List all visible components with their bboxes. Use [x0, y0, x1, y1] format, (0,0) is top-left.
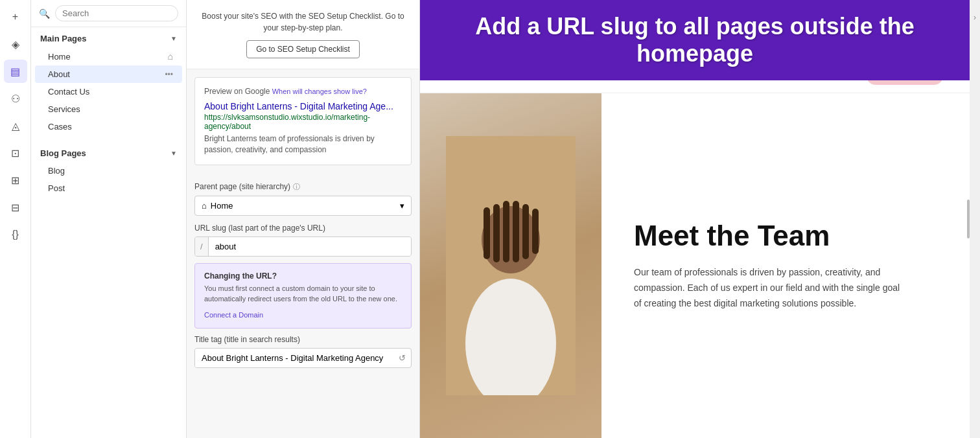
media-icon[interactable]: ⊡	[4, 141, 27, 165]
page-item-about-actions: •••	[165, 70, 173, 79]
team-image	[420, 93, 601, 438]
page-item-blog[interactable]: Blog	[35, 162, 182, 179]
parent-page-select[interactable]: ⌂Home ▾	[194, 196, 412, 216]
search-input[interactable]	[55, 5, 178, 21]
analytics-icon[interactable]: ⊟	[4, 196, 27, 219]
banner-overlay: Add a URL slug to all pages outside the …	[420, 0, 970, 80]
title-tag-refresh-button[interactable]: ↺	[393, 349, 411, 367]
title-tag-label: Title tag (title in search results)	[194, 335, 412, 344]
seo-fields: Parent page (site hierarchy) ⓘ ⌂Home ▾ U…	[187, 173, 419, 376]
right-panel-collapse[interactable]: ›	[970, 0, 980, 438]
parent-page-label: Parent page (site hierarchy) ⓘ	[194, 182, 412, 192]
page-item-cases[interactable]: Cases	[35, 118, 182, 135]
banner-text: Add a URL slug to all pages outside the …	[446, 13, 944, 67]
title-tag-field: ↺	[194, 348, 412, 368]
preview-desc: Bright Lanterns team of professionals is…	[204, 133, 402, 156]
url-slug-label: URL slug (last part of the page's URL)	[194, 224, 412, 233]
page-item-about[interactable]: About •••	[35, 65, 182, 83]
svg-rect-8	[532, 209, 539, 254]
design-icon[interactable]: ◬	[4, 114, 27, 137]
page-label-services: Services	[48, 104, 80, 114]
svg-point-2	[482, 206, 540, 273]
page-label-about: About	[48, 69, 70, 79]
page-label-cases: Cases	[48, 122, 72, 132]
pages-search-bar: 🔍	[31, 0, 186, 27]
select-chevron-icon: ▾	[400, 201, 404, 211]
page-item-post[interactable]: Post	[35, 179, 182, 197]
main-pages-chevron[interactable]: ▼	[170, 35, 177, 42]
svg-rect-5	[503, 201, 509, 262]
page-item-services[interactable]: Services	[35, 100, 182, 118]
page-label-home: Home	[48, 52, 71, 62]
pages-icon[interactable]: ▤	[4, 60, 27, 83]
main-pages-label: Main Pages	[40, 34, 87, 43]
team-image-placeholder	[420, 93, 601, 438]
changing-url-desc: You must first connect a custom domain t…	[204, 283, 402, 305]
page-item-home[interactable]: Home ⌂	[35, 47, 182, 65]
pages-panel: 🔍 Main Pages ▼ Home ⌂ About ••• Contact …	[31, 0, 187, 438]
home-symbol: ⌂	[202, 201, 207, 211]
members-icon[interactable]: ⚇	[4, 87, 27, 110]
layers-icon[interactable]: ◈	[4, 32, 27, 56]
search-icon: 🔍	[39, 8, 50, 19]
page-label-blog: Blog	[48, 166, 65, 176]
svg-rect-3	[484, 207, 490, 259]
changing-url-title: Changing the URL?	[204, 271, 402, 281]
url-slug-field: /	[194, 236, 412, 257]
scroll-indicator[interactable]	[967, 200, 970, 238]
preview-url: https://slvksamsonstudio.wixstudio.io/ma…	[204, 113, 402, 131]
blog-pages-section-header: Blog Pages ▼	[31, 142, 186, 162]
blog-pages-chevron[interactable]: ▼	[170, 150, 177, 157]
main-pages-section-header: Main Pages ▼	[31, 27, 186, 47]
icon-sidebar: + ◈ ▤ ⚇ ◬ ⊡ ⊞ ⊟ {}	[0, 0, 31, 438]
seo-checklist-button[interactable]: Go to SEO Setup Checklist	[246, 40, 360, 58]
svg-rect-7	[522, 204, 529, 259]
home-icon: ⌂	[168, 51, 173, 62]
seo-panel: Boost your site's SEO with the SEO Setup…	[187, 0, 420, 438]
plus-icon[interactable]: +	[4, 5, 27, 29]
code-icon[interactable]: {}	[4, 223, 27, 246]
preview-title: About Bright Lanterns - Digital Marketin…	[204, 101, 402, 111]
preview-label: Preview on Google When will changes show…	[204, 87, 402, 96]
parent-page-info-icon[interactable]: ⓘ	[293, 182, 300, 192]
meet-team-title: Meet the Team	[634, 220, 937, 252]
connect-domain-link[interactable]: Connect a Domain	[204, 311, 263, 319]
url-slash: /	[195, 237, 209, 256]
page-label-post: Post	[48, 183, 65, 193]
changing-url-box: Changing the URL? You must first connect…	[194, 263, 412, 328]
collapse-arrow-icon: ›	[974, 13, 976, 22]
seo-checklist-banner: Boost your site's SEO with the SEO Setup…	[187, 0, 419, 69]
page-item-contact[interactable]: Contact Us	[35, 83, 182, 100]
url-slug-input[interactable]	[209, 237, 411, 256]
when-live-link[interactable]: When will changes show live?	[272, 87, 367, 95]
seo-google-preview: Preview on Google When will changes show…	[194, 77, 412, 165]
main-area: Add a URL slug to all pages outside the …	[420, 0, 970, 438]
title-tag-input[interactable]	[195, 349, 393, 367]
seo-checklist-text: Boost your site's SEO with the SEO Setup…	[200, 10, 406, 34]
team-text-area: Meet the Team Our team of professionals …	[601, 93, 970, 438]
site-content: Meet the Team Our team of professionals …	[420, 93, 970, 438]
apps-icon[interactable]: ⊞	[4, 168, 27, 192]
svg-rect-6	[513, 201, 519, 262]
svg-rect-4	[493, 204, 500, 262]
page-label-contact: Contact Us	[48, 87, 89, 97]
blog-pages-label: Blog Pages	[40, 148, 86, 158]
meet-team-desc: Our team of professionals is driven by p…	[634, 265, 906, 311]
